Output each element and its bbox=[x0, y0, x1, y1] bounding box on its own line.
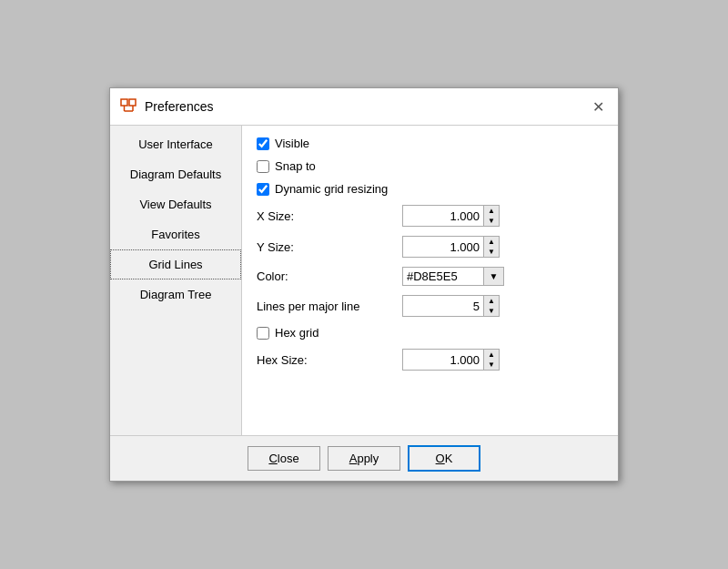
preferences-dialog: Preferences ✕ User Interface Diagram Def… bbox=[109, 87, 619, 482]
dynamic-grid-label[interactable]: Dynamic grid resizing bbox=[257, 182, 388, 196]
x-size-spinner: ▲ ▼ bbox=[402, 205, 500, 227]
dialog-footer: Close Apply OK bbox=[110, 435, 618, 481]
svg-rect-0 bbox=[121, 99, 127, 106]
hex-size-label: Hex Size: bbox=[257, 353, 402, 367]
sidebar-item-diagram-defaults[interactable]: Diagram Defaults bbox=[110, 159, 241, 189]
y-size-spinner: ▲ ▼ bbox=[402, 236, 500, 258]
x-size-row: X Size: ▲ ▼ bbox=[257, 205, 603, 227]
snap-to-row: Snap to bbox=[257, 159, 603, 173]
sidebar-item-favorites[interactable]: Favorites bbox=[110, 219, 241, 249]
visible-label[interactable]: Visible bbox=[257, 137, 309, 150]
lines-per-major-up-button[interactable]: ▲ bbox=[484, 296, 499, 306]
y-size-input[interactable] bbox=[402, 236, 484, 258]
sidebar-item-grid-lines[interactable]: Grid Lines bbox=[110, 249, 241, 279]
lines-per-major-row: Lines per major line ▲ ▼ bbox=[257, 295, 603, 317]
close-button[interactable]: Close bbox=[248, 446, 320, 471]
hex-size-spinner: ▲ ▼ bbox=[402, 349, 500, 371]
dialog-title: Preferences bbox=[145, 99, 213, 114]
sidebar-item-diagram-tree[interactable]: Diagram Tree bbox=[110, 279, 241, 310]
hex-size-up-button[interactable]: ▲ bbox=[484, 350, 499, 360]
sidebar: User Interface Diagram Defaults View Def… bbox=[110, 126, 242, 435]
y-size-label: Y Size: bbox=[257, 240, 402, 254]
dialog-body: User Interface Diagram Defaults View Def… bbox=[110, 126, 618, 435]
snap-to-label[interactable]: Snap to bbox=[257, 159, 316, 173]
ok-button[interactable]: OK bbox=[408, 445, 480, 472]
svg-rect-1 bbox=[129, 99, 136, 106]
title-bar: Preferences ✕ bbox=[110, 88, 618, 126]
x-size-input[interactable] bbox=[402, 205, 484, 227]
color-container: ▼ bbox=[402, 267, 504, 286]
color-dropdown-button[interactable]: ▼ bbox=[484, 267, 504, 286]
hex-size-input[interactable] bbox=[402, 349, 484, 371]
x-size-down-button[interactable]: ▼ bbox=[484, 216, 499, 226]
dynamic-grid-checkbox[interactable] bbox=[257, 183, 269, 196]
hex-grid-row: Hex grid bbox=[257, 326, 603, 340]
app-icon bbox=[119, 97, 137, 116]
lines-per-major-spinner: ▲ ▼ bbox=[402, 295, 500, 317]
apply-button[interactable]: Apply bbox=[328, 446, 400, 471]
close-window-button[interactable]: ✕ bbox=[587, 96, 609, 117]
title-bar-left: Preferences bbox=[119, 97, 213, 116]
x-size-label: X Size: bbox=[257, 209, 402, 223]
lines-per-major-label: Lines per major line bbox=[257, 300, 402, 313]
snap-to-checkbox[interactable] bbox=[257, 160, 269, 173]
x-size-spinner-buttons: ▲ ▼ bbox=[484, 205, 500, 227]
lines-per-major-input[interactable] bbox=[402, 295, 484, 317]
sidebar-item-view-defaults[interactable]: View Defaults bbox=[110, 189, 241, 219]
hex-grid-checkbox[interactable] bbox=[257, 327, 269, 340]
hex-size-down-button[interactable]: ▼ bbox=[484, 360, 499, 370]
y-size-down-button[interactable]: ▼ bbox=[484, 247, 499, 257]
y-size-row: Y Size: ▲ ▼ bbox=[257, 236, 603, 258]
y-size-spinner-buttons: ▲ ▼ bbox=[484, 236, 500, 258]
hex-size-row: Hex Size: ▲ ▼ bbox=[257, 349, 603, 371]
lines-per-major-down-button[interactable]: ▼ bbox=[484, 306, 499, 316]
color-label: Color: bbox=[257, 269, 402, 283]
content-panel: Visible Snap to Dynamic grid resizing X … bbox=[242, 126, 618, 435]
color-input[interactable] bbox=[402, 267, 484, 286]
visible-checkbox[interactable] bbox=[257, 137, 269, 150]
color-row: Color: ▼ bbox=[257, 267, 603, 286]
sidebar-item-user-interface[interactable]: User Interface bbox=[110, 129, 241, 159]
hex-size-spinner-buttons: ▲ ▼ bbox=[484, 349, 500, 371]
visible-row: Visible bbox=[257, 137, 603, 150]
dynamic-grid-row: Dynamic grid resizing bbox=[257, 182, 603, 196]
hex-grid-label[interactable]: Hex grid bbox=[257, 326, 318, 340]
lines-per-major-spinner-buttons: ▲ ▼ bbox=[484, 295, 500, 317]
x-size-up-button[interactable]: ▲ bbox=[484, 206, 499, 216]
y-size-up-button[interactable]: ▲ bbox=[484, 237, 499, 247]
